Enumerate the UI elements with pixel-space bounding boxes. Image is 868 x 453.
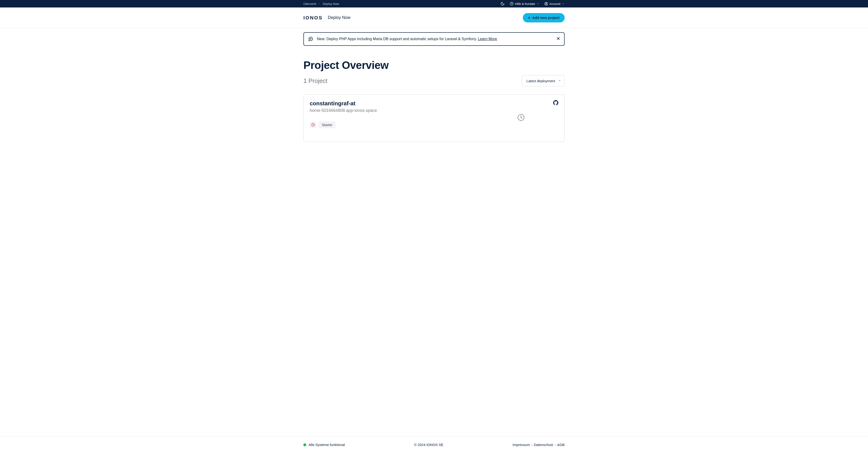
main-container: New: Deploy PHP Apps including Maria DB … [303,28,565,142]
chevron-down-icon [536,2,539,5]
plan-chip: Starter [318,121,336,128]
help-icon [510,2,514,6]
topbar: Übersicht Deploy Now Hilfe & Kontakt Acc… [0,0,868,7]
moon-icon [500,2,505,6]
error-icon [311,123,315,126]
plus-icon: + [528,16,531,20]
close-icon [556,36,560,40]
header: IONOS Deploy Now + Add new project [0,7,868,28]
page-title: Project Overview [303,59,565,72]
title-row: 1 Project Latest deployment [303,75,565,86]
product-name: Deploy Now [328,15,350,20]
user-icon [544,2,548,6]
chevron-right-icon [318,2,320,5]
help-label: Hilfe & Kontakt [515,2,535,6]
project-domain[interactable]: home-5016664808.app-ionos.space [310,108,377,113]
svg-marker-8 [559,80,560,81]
dark-mode-toggle[interactable] [500,2,505,6]
account-menu[interactable]: Account [544,2,565,6]
ionos-logo[interactable]: IONOS [303,15,323,21]
account-label: Account [550,2,560,6]
github-link[interactable] [553,100,558,106]
banner-text: New: Deploy PHP Apps including Maria DB … [317,37,497,41]
project-count: 1 Project [303,77,328,85]
breadcrumb-current[interactable]: Deploy Now [323,2,339,6]
github-icon [553,100,558,105]
announcement-banner: New: Deploy PHP Apps including Maria DB … [303,32,565,46]
banner-close-button[interactable] [556,36,560,41]
project-name: constantingraf-at [310,100,377,107]
project-card-head: constantingraf-at home-5016664808.app-io… [310,100,558,113]
caret-down-icon [558,79,561,83]
status-badge [310,122,316,128]
clock-pending-icon [517,114,525,121]
svg-point-3 [546,3,547,4]
project-card-title-group: constantingraf-at home-5016664808.app-io… [310,100,377,113]
message-icon [308,36,313,41]
banner-learn-more-link[interactable]: Learn More [478,37,497,41]
project-meta: Starter [310,121,558,128]
project-card[interactable]: constantingraf-at home-5016664808.app-io… [303,94,565,142]
brand: IONOS Deploy Now [303,15,350,21]
sort-label: Latest deployment [526,79,555,83]
title-block: Project Overview 1 Project Latest deploy… [303,59,565,86]
topbar-right: Hilfe & Kontakt Account [500,2,565,6]
add-project-button[interactable]: + Add new project [523,13,565,22]
chevron-down-icon [562,2,565,5]
add-project-label: Add new project [532,16,559,20]
breadcrumb: Übersicht Deploy Now [303,2,339,6]
help-menu[interactable]: Hilfe & Kontakt [510,2,539,6]
deployment-status-icon [517,114,525,122]
sort-select[interactable]: Latest deployment [522,75,565,86]
breadcrumb-root[interactable]: Übersicht [303,2,316,6]
